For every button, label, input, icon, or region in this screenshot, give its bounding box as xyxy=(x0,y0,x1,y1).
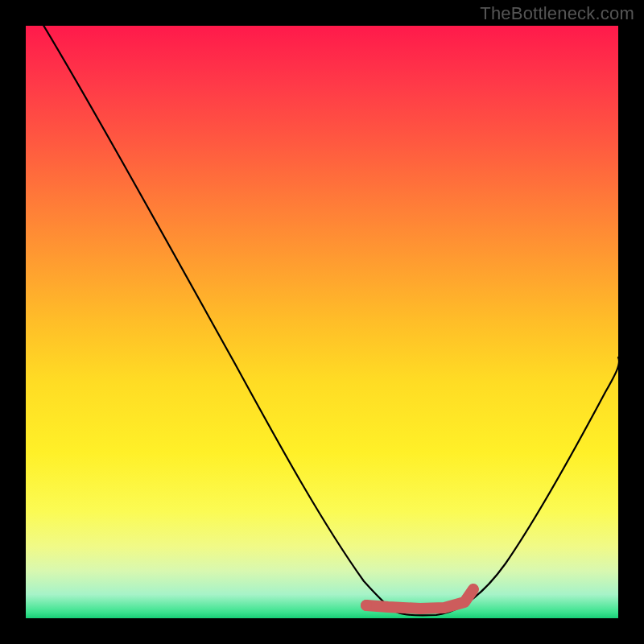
selection-point-marker xyxy=(361,600,372,611)
plot-svg xyxy=(26,26,618,618)
attribution-text: TheBottleneck.com xyxy=(480,3,634,24)
chart-stage: TheBottleneck.com xyxy=(0,0,644,644)
recommended-range-highlight xyxy=(366,589,473,609)
plot-area xyxy=(26,26,618,618)
bottleneck-curve xyxy=(29,26,618,616)
